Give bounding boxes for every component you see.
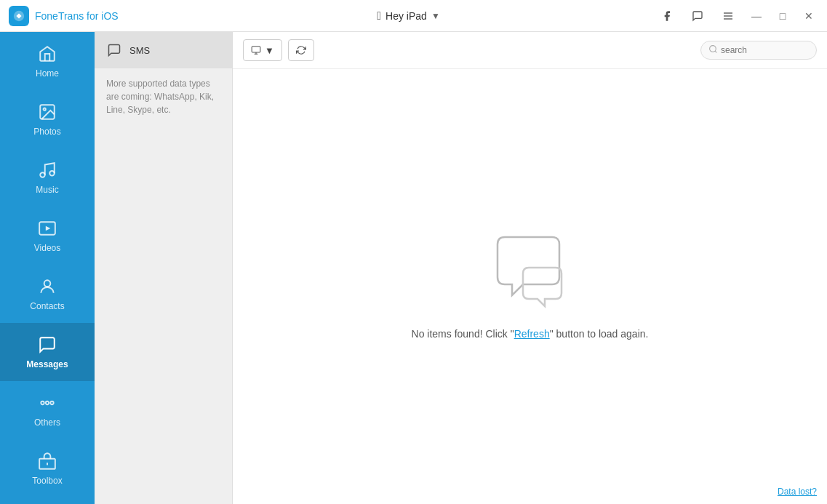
to-pc-button[interactable]: ▼ xyxy=(243,39,282,61)
home-icon xyxy=(37,44,57,64)
sidebar-item-photos[interactable]: Photos xyxy=(0,90,95,148)
main-layout: Home Photos Music Videos Contacts xyxy=(0,32,827,504)
app-logo xyxy=(9,6,29,26)
submenu-label-sms: SMS xyxy=(129,45,150,56)
refresh-link[interactable]: Refresh xyxy=(514,328,550,340)
sidebar-label-others: Others xyxy=(34,417,60,428)
search-input[interactable] xyxy=(721,45,815,55)
close-button[interactable]: ✕ xyxy=(801,8,817,24)
svg-point-12 xyxy=(41,401,44,404)
svg-point-6 xyxy=(40,172,45,177)
content-toolbar: ▼ xyxy=(233,32,827,69)
sms-icon xyxy=(106,42,122,58)
device-name: Hey iPad xyxy=(385,10,427,22)
sidebar-label-home: Home xyxy=(36,68,59,79)
sidebar-label-photos: Photos xyxy=(33,127,60,137)
toolbox-icon xyxy=(37,451,57,471)
sidebar-item-home[interactable]: Home xyxy=(0,32,95,90)
sidebar-item-music[interactable]: Music xyxy=(0,148,95,207)
monitor-icon xyxy=(251,45,261,55)
menu-button[interactable] xyxy=(718,6,738,26)
titlebar: FoneTrans for iOS  Hey iPad ▼ — □ ✕ xyxy=(0,0,827,32)
left-panel: SMS More supported data types are coming… xyxy=(95,32,233,504)
svg-point-5 xyxy=(44,108,46,111)
empty-suffix: " button to load again. xyxy=(550,328,649,340)
empty-state: No items found! Click "Refresh" button t… xyxy=(233,69,827,504)
sidebar: Home Photos Music Videos Contacts xyxy=(0,32,95,504)
refresh-icon xyxy=(296,45,306,55)
svg-marker-9 xyxy=(46,226,51,231)
search-icon xyxy=(708,44,718,56)
refresh-button[interactable] xyxy=(288,39,314,61)
svg-point-19 xyxy=(710,46,716,52)
sidebar-label-toolbox: Toolbox xyxy=(32,476,62,486)
svg-point-11 xyxy=(46,401,49,404)
messages-icon xyxy=(37,335,57,355)
apple-icon:  xyxy=(377,9,381,23)
sidebar-label-messages: Messages xyxy=(26,359,68,369)
titlebar-left: FoneTrans for iOS xyxy=(0,6,160,26)
to-pc-label: ▼ xyxy=(265,45,274,56)
sidebar-item-videos[interactable]: Videos xyxy=(0,207,95,265)
search-box xyxy=(700,41,817,60)
svg-line-20 xyxy=(715,51,716,52)
svg-point-10 xyxy=(44,280,51,287)
sidebar-item-messages[interactable]: Messages xyxy=(0,323,95,381)
photos-icon xyxy=(37,102,57,122)
svg-rect-16 xyxy=(252,47,260,52)
titlebar-center:  Hey iPad ▼ xyxy=(160,9,657,23)
videos-icon xyxy=(37,218,57,239)
sidebar-label-videos: Videos xyxy=(34,243,60,253)
content-area: ▼ No xyxy=(233,32,827,504)
coming-soon-text: More supported data types are coming: Wh… xyxy=(95,68,232,125)
sidebar-item-contacts[interactable]: Contacts xyxy=(0,265,95,323)
minimize-button[interactable]: — xyxy=(748,8,764,24)
facebook-button[interactable] xyxy=(657,6,677,26)
empty-messages-icon xyxy=(483,233,578,313)
device-selector[interactable]:  Hey iPad ▼ xyxy=(377,9,440,23)
svg-point-7 xyxy=(49,171,55,176)
data-lost-link[interactable]: Data lost? xyxy=(778,487,817,497)
others-icon xyxy=(37,393,57,413)
app-title: FoneTrans for iOS xyxy=(35,10,119,22)
music-icon xyxy=(37,160,57,180)
titlebar-right: — □ ✕ xyxy=(657,6,827,26)
chat-button[interactable] xyxy=(687,6,708,26)
sidebar-item-others[interactable]: Others xyxy=(0,381,95,439)
empty-prefix: No items found! Click " xyxy=(412,328,514,340)
chevron-down-icon: ▼ xyxy=(431,11,440,21)
contacts-icon xyxy=(37,276,57,297)
submenu-item-sms[interactable]: SMS xyxy=(95,32,232,68)
maximize-button[interactable]: □ xyxy=(775,8,791,24)
sidebar-label-contacts: Contacts xyxy=(30,301,64,311)
sidebar-label-music: Music xyxy=(36,185,58,195)
svg-point-13 xyxy=(50,401,53,404)
empty-state-text: No items found! Click "Refresh" button t… xyxy=(412,328,649,340)
sidebar-item-toolbox[interactable]: Toolbox xyxy=(0,439,95,497)
